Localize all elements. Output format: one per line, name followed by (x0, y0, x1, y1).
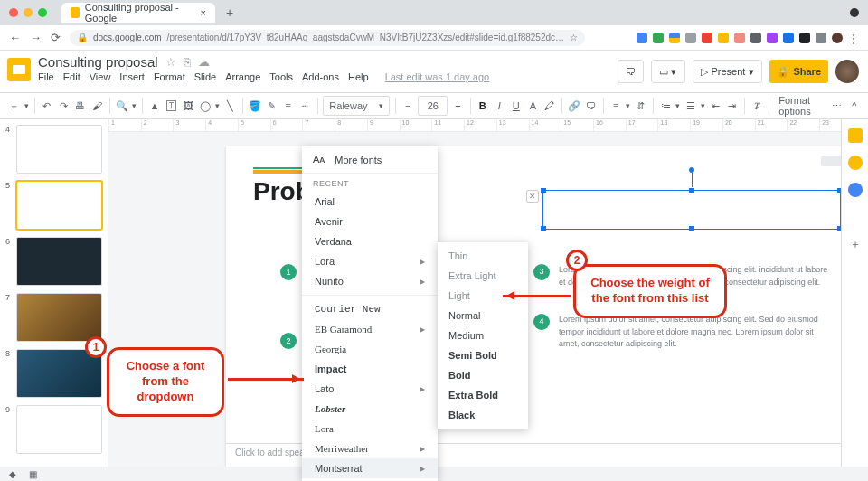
border-dash-button[interactable]: ┄ (298, 97, 312, 115)
font-item[interactable]: Courier New (302, 299, 438, 319)
italic-button[interactable]: I (493, 97, 506, 115)
add-on-icon[interactable]: ＋ (848, 237, 863, 251)
image-tool[interactable]: 🖼 (182, 97, 195, 115)
zoom-button[interactable]: 🔍 (115, 97, 128, 115)
back-icon[interactable]: ← (9, 31, 21, 44)
list-bulleted-button[interactable]: ☰ (684, 97, 697, 115)
print-button[interactable]: 🖶 (73, 97, 87, 115)
font-weight-item[interactable]: Normal (438, 306, 528, 325)
font-item[interactable]: Merriweather▶ (302, 439, 438, 458)
slide-thumbnail[interactable] (16, 125, 102, 174)
font-dropdown[interactable]: Aᴀ More fonts RECENT ArialAvenirVerdanaL… (302, 146, 438, 481)
format-options-button[interactable]: Format options (778, 95, 827, 117)
font-size-picker[interactable]: 26 (418, 96, 448, 116)
font-item[interactable]: Lato▶ (302, 379, 438, 399)
extension-icon[interactable] (653, 33, 664, 43)
line-spacing-button[interactable]: ⇵ (634, 97, 647, 115)
font-weight-item[interactable]: Medium (438, 325, 528, 345)
menu-insert[interactable]: Insert (119, 71, 145, 82)
extension-icon[interactable] (783, 33, 794, 43)
select-tool[interactable]: ▲ (148, 97, 162, 115)
slides-logo[interactable] (7, 58, 31, 81)
indent-decrease-button[interactable]: ⇤ (709, 97, 722, 115)
explore-icon[interactable]: ◆ (9, 469, 16, 479)
browser-tab[interactable]: Consulting proposal - Google × (61, 3, 215, 23)
line-tool[interactable]: ╲ (223, 97, 237, 115)
new-tab-button[interactable]: + (226, 5, 233, 20)
align-button[interactable]: ≡ (609, 97, 623, 115)
present-button[interactable]: ▷ Present ▾ (693, 60, 763, 83)
text-color-button[interactable]: A (526, 97, 540, 115)
menu-tools[interactable]: Tools (269, 71, 293, 82)
undo-button[interactable]: ↶ (40, 97, 53, 115)
star-icon[interactable]: ☆ (570, 33, 578, 42)
highlight-button[interactable]: 🖍 (543, 97, 557, 115)
font-weight-item[interactable]: Extra Light (438, 266, 528, 286)
font-item[interactable]: Lora▶ (302, 251, 438, 271)
font-weight-item[interactable]: Bold (438, 365, 528, 385)
extension-icon[interactable] (816, 33, 826, 43)
reload-icon[interactable]: ⟳ (51, 31, 61, 44)
bullet-text[interactable]: Lorem ipsum dolor sit amet, consectetur … (559, 314, 832, 351)
close-icon[interactable]: × (201, 7, 206, 18)
url-bar[interactable]: 🔒 docs.google.com /presentation/d/17pY3V… (70, 30, 585, 46)
slide-thumbnail[interactable] (16, 293, 102, 342)
slide-thumbnail[interactable] (16, 181, 102, 230)
extension-icon[interactable] (734, 33, 745, 43)
link-button[interactable]: 🔗 (568, 97, 581, 115)
redo-button[interactable]: ↷ (57, 97, 71, 115)
font-weight-item[interactable]: Semi Bold (438, 345, 528, 365)
new-slide-button[interactable]: ＋ (7, 97, 21, 115)
slideshow-settings-button[interactable]: ▭ ▾ (651, 60, 684, 83)
extension-icon[interactable] (702, 33, 712, 43)
window-minimize[interactable] (24, 8, 33, 17)
more-button[interactable]: ⋯ (831, 97, 844, 115)
slide-thumbnail[interactable] (16, 405, 102, 454)
collapse-toolbar-button[interactable]: ^ (847, 97, 861, 115)
keep-icon[interactable] (848, 156, 863, 170)
account-avatar[interactable] (835, 60, 859, 83)
profile-badge[interactable] (850, 8, 859, 17)
font-item[interactable]: Arial (302, 192, 438, 212)
rotate-handle-icon[interactable]: ✕ (526, 190, 539, 203)
extension-icon[interactable] (750, 33, 761, 43)
font-item[interactable]: Impact (302, 359, 438, 379)
move-icon[interactable]: ⎘ (184, 55, 191, 69)
extension-icon[interactable] (685, 33, 696, 43)
decrease-font-size[interactable]: − (401, 97, 415, 115)
textbox-tool[interactable]: 🅃 (165, 97, 178, 115)
font-item[interactable]: Avenir (302, 212, 438, 231)
extension-icon[interactable] (767, 33, 778, 43)
font-item[interactable]: Georgia (302, 339, 438, 359)
menu-view[interactable]: View (90, 71, 111, 82)
star-icon[interactable]: ☆ (165, 55, 176, 69)
font-item[interactable]: Lobster (302, 399, 438, 419)
font-weight-item[interactable]: Extra Bold (438, 385, 528, 405)
menu-edit[interactable]: Edit (63, 71, 80, 82)
font-family-picker[interactable]: Raleway▾ (323, 96, 390, 116)
clear-formatting-button[interactable]: 𝑇̶ (750, 97, 764, 115)
border-weight-button[interactable]: ≡ (281, 97, 295, 115)
menu-help[interactable]: Help (348, 71, 369, 82)
font-weight-item[interactable]: Thin (438, 246, 528, 266)
font-weight-submenu[interactable]: ThinExtra LightLightNormalMediumSemi Bol… (438, 242, 528, 429)
calendar-icon[interactable] (848, 128, 863, 143)
menu-add-ons[interactable]: Add-ons (302, 71, 339, 82)
kebab-icon[interactable]: ⋮ (848, 33, 859, 43)
forward-icon[interactable]: → (30, 31, 42, 44)
extension-icon[interactable] (669, 33, 680, 43)
font-item[interactable]: Montserrat▶ (302, 458, 438, 478)
menu-file[interactable]: File (38, 71, 54, 82)
comment-history-button[interactable]: 🗨 (618, 60, 644, 83)
doc-title[interactable]: Consulting proposal (38, 54, 158, 70)
more-fonts-item[interactable]: Aᴀ More fonts (302, 146, 438, 174)
underline-button[interactable]: U (510, 97, 524, 115)
list-numbered-button[interactable]: ≔ (659, 97, 673, 115)
grid-view-icon[interactable]: ▦ (29, 469, 37, 479)
shape-tool[interactable]: ◯ (198, 97, 212, 115)
extension-icon[interactable] (718, 33, 729, 43)
menu-slide[interactable]: Slide (194, 71, 216, 82)
font-weight-item[interactable]: Black (438, 405, 528, 425)
tasks-icon[interactable] (848, 183, 863, 197)
font-item[interactable]: Lora (302, 419, 438, 439)
